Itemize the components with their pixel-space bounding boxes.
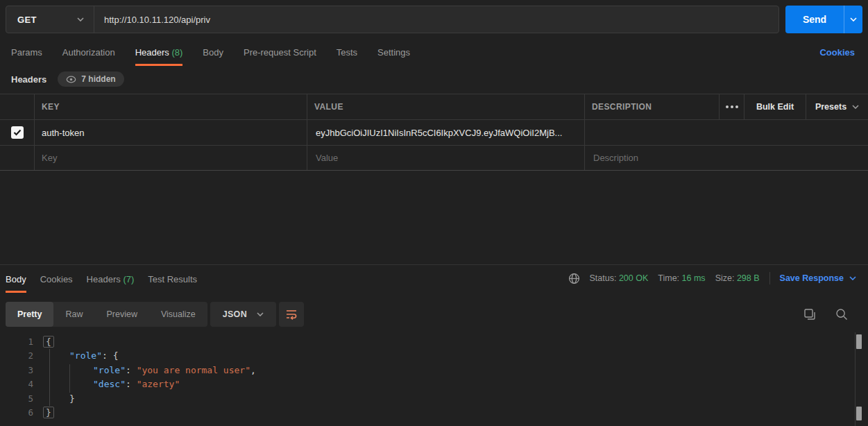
response-body-editor[interactable]: 1 { 2 "role": { 3 "role": "you are norma… bbox=[0, 332, 868, 426]
line-number: 6 bbox=[0, 407, 33, 418]
view-mode-switcher: Pretty Raw Preview Visualize bbox=[6, 302, 207, 327]
request-url-row: GET http://10.10.11.120/api/priv Send bbox=[6, 6, 862, 33]
method-label: GET bbox=[17, 15, 37, 25]
response-toolbar: Pretty Raw Preview Visualize JSON bbox=[6, 302, 862, 327]
presets-dropdown[interactable]: Presets bbox=[806, 94, 868, 119]
code-line: 4 "desc": "azerty" bbox=[0, 377, 868, 392]
tab-headers[interactable]: Headers (8) bbox=[135, 42, 183, 66]
fold-toggle[interactable]: } bbox=[43, 407, 54, 418]
hidden-headers-label: 7 hidden bbox=[81, 74, 115, 84]
view-mode-preview[interactable]: Preview bbox=[94, 302, 148, 327]
headers-section-title: Headers bbox=[11, 74, 46, 85]
three-dots-icon bbox=[726, 105, 738, 108]
bulk-edit-button[interactable]: Bulk Edit bbox=[744, 94, 806, 119]
code-line: 1 { bbox=[0, 334, 868, 349]
view-mode-raw[interactable]: Raw bbox=[53, 302, 94, 327]
response-meta: Status: 200 OK Time: 16 ms Size: 298 B S… bbox=[568, 265, 868, 284]
response-tab-cookies[interactable]: Cookies bbox=[40, 265, 73, 293]
headers-count-badge: (8) bbox=[171, 47, 182, 58]
response-headers-count: (7) bbox=[123, 274, 134, 284]
search-icon[interactable] bbox=[835, 307, 849, 321]
save-response-button[interactable]: Save Response bbox=[780, 273, 856, 283]
row-checkbox[interactable] bbox=[11, 126, 24, 139]
code-line: 6 } bbox=[0, 406, 868, 420]
send-button-group: Send bbox=[785, 6, 862, 33]
row-select-cell bbox=[0, 146, 35, 170]
fold-gutter-line bbox=[49, 349, 50, 406]
request-tabs: Params Authorization Headers (8) Body Pr… bbox=[0, 42, 868, 66]
chevron-down-icon bbox=[257, 312, 264, 316]
status-badge: Status: 200 OK bbox=[590, 273, 649, 283]
header-description-field[interactable] bbox=[585, 120, 868, 145]
chevron-down-icon bbox=[849, 276, 856, 280]
tab-authorization[interactable]: Authorization bbox=[62, 42, 115, 66]
tab-pre-request-script[interactable]: Pre-request Script bbox=[244, 42, 316, 66]
eye-icon bbox=[66, 76, 76, 83]
response-tab-test-results[interactable]: Test Results bbox=[148, 265, 197, 293]
postman-request-view: GET http://10.10.11.120/api/priv Send Pa… bbox=[0, 0, 868, 426]
response-tools bbox=[803, 307, 862, 321]
header-value-field[interactable]: eyJhbGciOiJIUzI1NiIsInR5cCI6IkpXVCJ9.eyJ… bbox=[307, 120, 585, 145]
tab-tests[interactable]: Tests bbox=[337, 42, 357, 66]
divider bbox=[769, 272, 770, 284]
headers-section-header: Headers 7 hidden bbox=[11, 71, 124, 87]
method-selector[interactable]: GET bbox=[6, 6, 94, 33]
headers-table: KEY VALUE DESCRIPTION Bulk Edit Presets bbox=[0, 94, 868, 171]
row-select-cell bbox=[0, 120, 35, 145]
chevron-down-icon bbox=[852, 105, 859, 109]
new-description-input[interactable]: Description bbox=[585, 146, 868, 170]
header-row-auth-token: auth-token eyJhbGciOiJIUzI1NiIsInR5cCI6I… bbox=[0, 119, 868, 145]
response-tab-body[interactable]: Body bbox=[6, 265, 26, 293]
url-input[interactable]: http://10.10.11.120/api/priv bbox=[94, 15, 778, 25]
table-header-row: KEY VALUE DESCRIPTION Bulk Edit Presets bbox=[0, 94, 868, 119]
scrollbar-track bbox=[855, 332, 856, 426]
line-number: 5 bbox=[0, 393, 33, 404]
description-column-header: DESCRIPTION bbox=[585, 94, 720, 119]
select-column-header bbox=[0, 94, 35, 119]
more-options-button[interactable] bbox=[720, 94, 744, 119]
line-number: 3 bbox=[0, 365, 33, 375]
header-key-field[interactable]: auth-token bbox=[35, 120, 307, 145]
line-number: 2 bbox=[0, 350, 33, 361]
tab-params[interactable]: Params bbox=[11, 42, 42, 66]
cookies-link[interactable]: Cookies bbox=[819, 42, 855, 58]
copy-icon[interactable] bbox=[803, 307, 817, 321]
new-key-input[interactable]: Key bbox=[35, 146, 307, 170]
line-number: 1 bbox=[0, 336, 33, 347]
chevron-down-icon bbox=[850, 17, 857, 22]
response-header: Body Cookies Headers (7) Test Results St… bbox=[0, 265, 868, 295]
send-button[interactable]: Send bbox=[785, 6, 844, 33]
indent-guide bbox=[69, 364, 70, 393]
response-tab-headers[interactable]: Headers (7) bbox=[87, 265, 135, 293]
value-column-header: VALUE bbox=[307, 94, 585, 119]
code-line: 5 } bbox=[0, 391, 868, 406]
size-badge: Size: 298 B bbox=[715, 273, 760, 283]
tab-body[interactable]: Body bbox=[203, 42, 223, 66]
time-badge: Time: 16 ms bbox=[658, 273, 705, 283]
checkmark-icon bbox=[13, 129, 22, 136]
url-box: GET http://10.10.11.120/api/priv bbox=[6, 6, 779, 33]
view-mode-visualize[interactable]: Visualize bbox=[149, 302, 207, 327]
tab-settings[interactable]: Settings bbox=[377, 42, 410, 66]
key-column-header: KEY bbox=[35, 94, 307, 119]
scrollbar-thumb[interactable] bbox=[856, 334, 862, 349]
new-value-input[interactable]: Value bbox=[307, 146, 585, 170]
scrollbar-thumb[interactable] bbox=[856, 407, 862, 420]
view-mode-pretty[interactable]: Pretty bbox=[6, 302, 53, 327]
code-line: 3 "role": "you are normal user", bbox=[0, 363, 868, 377]
send-options-button[interactable] bbox=[844, 6, 862, 33]
wrap-lines-toggle[interactable] bbox=[279, 302, 304, 327]
code-line: 2 "role": { bbox=[0, 349, 868, 364]
globe-icon bbox=[568, 273, 580, 284]
fold-toggle[interactable]: { bbox=[43, 336, 54, 348]
line-wrap-icon bbox=[285, 309, 298, 320]
header-row-new: Key Value Description bbox=[0, 145, 868, 171]
format-dropdown[interactable]: JSON bbox=[210, 302, 276, 327]
url-text: http://10.10.11.120/api/priv bbox=[104, 15, 210, 25]
chevron-down-icon bbox=[77, 17, 84, 22]
response-panel: Body Cookies Headers (7) Test Results St… bbox=[0, 264, 868, 426]
hidden-headers-toggle[interactable]: 7 hidden bbox=[58, 71, 124, 87]
line-number: 4 bbox=[0, 379, 33, 389]
